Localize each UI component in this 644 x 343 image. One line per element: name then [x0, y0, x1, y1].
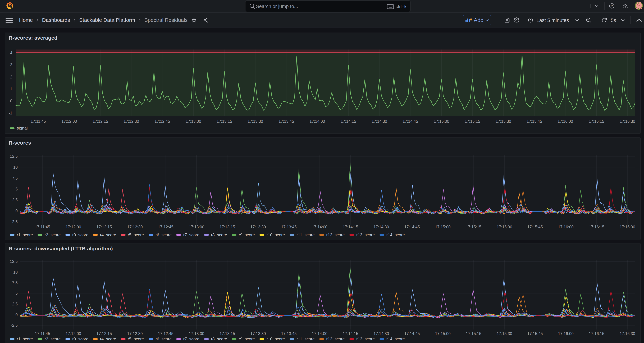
svg-text:17:14:30: 17:14:30 [372, 119, 387, 124]
svg-text:17:14:30: 17:14:30 [374, 331, 389, 336]
svg-text:17:15:15: 17:15:15 [466, 225, 482, 229]
svg-text:0: 0 [16, 312, 18, 317]
svg-text:17:12:00: 17:12:00 [62, 119, 77, 124]
svg-text:17:13:45: 17:13:45 [278, 119, 294, 124]
svg-text:17:15:30: 17:15:30 [496, 119, 511, 124]
svg-text:17:15:15: 17:15:15 [464, 119, 480, 124]
svg-text:3: 3 [10, 63, 12, 67]
svg-text:17:15:00: 17:15:00 [435, 225, 450, 229]
svg-text:2.5: 2.5 [12, 198, 18, 202]
svg-text:17:12:15: 17:12:15 [92, 119, 108, 124]
svg-text:17:16:00: 17:16:00 [558, 119, 573, 124]
svg-text:17:11:45: 17:11:45 [35, 225, 50, 229]
svg-text:7.5: 7.5 [12, 280, 18, 285]
svg-text:17:13:45: 17:13:45 [281, 225, 297, 229]
svg-text:17:16:15: 17:16:15 [589, 225, 604, 229]
svg-text:2: 2 [10, 75, 12, 79]
svg-text:17:14:15: 17:14:15 [340, 119, 356, 124]
svg-text:17:15:00: 17:15:00 [435, 331, 450, 336]
svg-text:17:13:30: 17:13:30 [248, 119, 263, 124]
svg-text:17:16:15: 17:16:15 [589, 119, 604, 124]
svg-text:17:13:15: 17:13:15 [220, 225, 235, 229]
svg-text:5: 5 [16, 291, 18, 295]
svg-text:17:12:30: 17:12:30 [124, 119, 139, 124]
svg-text:17:13:30: 17:13:30 [250, 225, 266, 229]
svg-text:17:11:45: 17:11:45 [35, 331, 50, 336]
svg-text:17:13:45: 17:13:45 [281, 331, 297, 336]
svg-text:17:13:15: 17:13:15 [220, 331, 235, 336]
svg-text:0: 0 [16, 209, 18, 213]
svg-text:17:15:15: 17:15:15 [466, 331, 482, 336]
svg-text:17:13:15: 17:13:15 [216, 119, 232, 124]
svg-text:5: 5 [16, 187, 18, 191]
svg-text:0: 0 [10, 99, 12, 103]
svg-text:17:12:45: 17:12:45 [154, 119, 170, 124]
svg-text:17:12:00: 17:12:00 [66, 225, 81, 229]
svg-text:17:16:00: 17:16:00 [558, 331, 574, 336]
svg-text:17:13:30: 17:13:30 [250, 331, 266, 336]
svg-text:10: 10 [13, 270, 18, 274]
svg-text:4: 4 [10, 51, 12, 55]
svg-text:17:16:15: 17:16:15 [589, 331, 604, 336]
svg-text:17:13:00: 17:13:00 [189, 331, 204, 336]
svg-text:17:12:45: 17:12:45 [158, 331, 174, 336]
svg-text:17:14:30: 17:14:30 [374, 225, 389, 229]
svg-text:17:14:45: 17:14:45 [404, 225, 420, 229]
svg-text:-2.5: -2.5 [11, 323, 18, 327]
svg-text:17:14:00: 17:14:00 [310, 119, 325, 124]
svg-text:17:12:00: 17:12:00 [66, 331, 81, 336]
svg-text:17:15:30: 17:15:30 [496, 225, 512, 229]
svg-text:17:16:30: 17:16:30 [620, 225, 635, 229]
svg-text:17:15:30: 17:15:30 [496, 331, 512, 336]
svg-text:17:12:15: 17:12:15 [96, 225, 112, 229]
svg-text:17:12:15: 17:12:15 [96, 331, 112, 336]
svg-text:17:16:00: 17:16:00 [558, 225, 574, 229]
svg-text:2.5: 2.5 [12, 302, 18, 306]
svg-text:17:15:00: 17:15:00 [434, 119, 449, 124]
svg-text:17:11:45: 17:11:45 [30, 119, 46, 124]
svg-text:1: 1 [10, 87, 12, 91]
svg-text:17:15:45: 17:15:45 [526, 119, 542, 124]
svg-text:-2.5: -2.5 [11, 220, 18, 224]
svg-text:17:14:45: 17:14:45 [402, 119, 418, 124]
svg-text:17:16:30: 17:16:30 [620, 119, 635, 124]
svg-text:17:14:00: 17:14:00 [312, 225, 328, 229]
svg-text:12.5: 12.5 [10, 259, 18, 264]
svg-text:17:12:45: 17:12:45 [158, 225, 174, 229]
svg-text:-1: -1 [9, 111, 12, 115]
svg-text:12.5: 12.5 [10, 154, 18, 159]
svg-text:7.5: 7.5 [12, 176, 18, 180]
svg-text:17:13:00: 17:13:00 [186, 119, 201, 124]
svg-text:17:16:30: 17:16:30 [620, 331, 635, 336]
svg-text:10: 10 [13, 165, 18, 170]
svg-text:17:14:15: 17:14:15 [343, 225, 358, 229]
svg-text:?: ? [611, 4, 613, 8]
svg-text:17:12:30: 17:12:30 [127, 225, 143, 229]
svg-text:17:15:45: 17:15:45 [527, 225, 543, 229]
svg-text:17:12:30: 17:12:30 [127, 331, 143, 336]
svg-text:17:15:45: 17:15:45 [527, 331, 543, 336]
svg-text:17:13:00: 17:13:00 [189, 225, 204, 229]
svg-text:17:14:45: 17:14:45 [404, 331, 420, 336]
svg-text:17:14:00: 17:14:00 [312, 331, 328, 336]
svg-text:17:14:15: 17:14:15 [343, 331, 358, 336]
